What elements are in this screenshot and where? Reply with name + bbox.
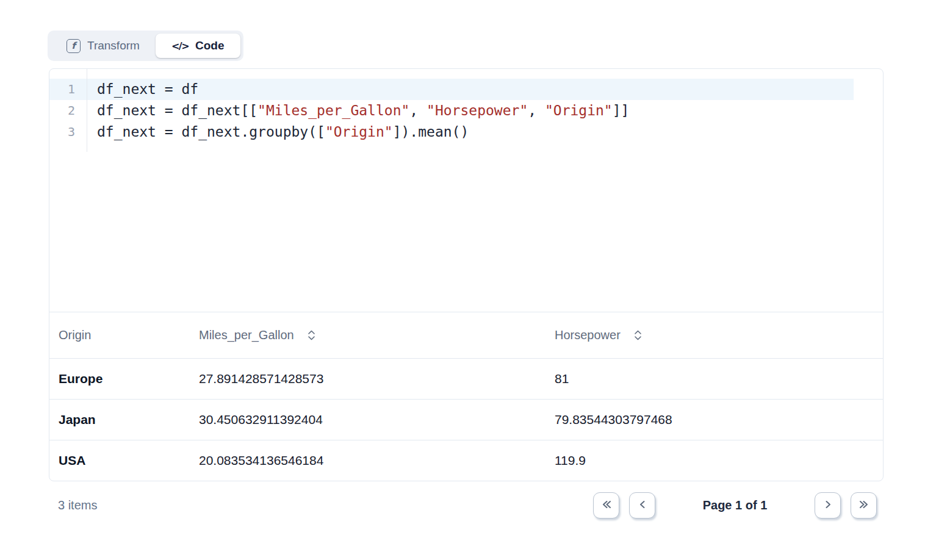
code-text: df_next = df_next.groupby(["Origin"]).me… — [87, 121, 469, 143]
cell-origin: Japan — [59, 412, 199, 427]
line-number: 1 — [49, 79, 87, 100]
cell-horsepower: 81 — [555, 372, 874, 386]
cell-horsepower: 119.9 — [555, 453, 874, 468]
line-number: 3 — [49, 121, 87, 143]
column-header-horsepower[interactable]: Horsepower — [555, 328, 874, 342]
tab-code[interactable]: </> Code — [156, 34, 240, 58]
tab-transform[interactable]: f Transform — [51, 34, 156, 58]
line-number: 2 — [49, 100, 87, 121]
items-count: 3 items — [58, 498, 97, 512]
pager: Page 1 of 1 — [593, 492, 877, 519]
table-header-row: Origin Miles_per_Gallon Horsepower — [49, 312, 883, 358]
cell-horsepower: 79.83544303797468 — [555, 412, 874, 427]
column-header-miles-per-gallon[interactable]: Miles_per_Gallon — [199, 328, 555, 342]
column-label: Horsepower — [555, 328, 621, 342]
double-chevron-left-icon — [601, 499, 612, 512]
view-tabbar: f Transform </> Code — [48, 31, 243, 61]
tab-transform-label: Transform — [87, 39, 140, 52]
column-header-origin: Origin — [59, 328, 199, 342]
column-label: Origin — [59, 328, 91, 342]
double-chevron-right-icon — [858, 499, 869, 512]
cell-origin: USA — [59, 453, 199, 468]
code-text: df_next = df_next[["Miles_per_Gallon", "… — [87, 100, 629, 121]
code-text: df_next = df — [87, 79, 198, 100]
code-icon: </> — [171, 40, 189, 52]
cell-origin: Europe — [59, 372, 199, 386]
result-table: Origin Miles_per_Gallon Horsepower Europ… — [49, 312, 883, 481]
sort-icon[interactable] — [308, 329, 315, 341]
chevron-left-icon — [637, 499, 648, 512]
sort-icon[interactable] — [634, 329, 642, 341]
cell-miles-per-gallon: 27.891428571428573 — [199, 372, 555, 386]
cell-miles-per-gallon: 20.083534136546184 — [199, 453, 555, 468]
pagination-footer: 3 items Page 1 of 1 — [49, 481, 884, 519]
tab-code-label: Code — [195, 39, 225, 52]
page: f Transform </> Code 1 df_next = df 2 df… — [0, 0, 925, 519]
code-line: 1 df_next = df — [49, 79, 854, 100]
main-panel: 1 df_next = df 2 df_next = df_next[["Mil… — [49, 68, 884, 481]
prev-page-button[interactable] — [629, 492, 655, 519]
first-page-button[interactable] — [593, 492, 619, 519]
code-line: 3 df_next = df_next.groupby(["Origin"]).… — [49, 121, 854, 143]
chevron-right-icon — [822, 499, 833, 512]
page-indicator: Page 1 of 1 — [665, 498, 805, 512]
column-label: Miles_per_Gallon — [199, 328, 294, 342]
function-icon: f — [67, 39, 81, 53]
gutter-separator — [87, 69, 87, 152]
code-editor[interactable]: 1 df_next = df 2 df_next = df_next[["Mil… — [49, 69, 883, 312]
code-line: 2 df_next = df_next[["Miles_per_Gallon",… — [49, 100, 854, 121]
table-row: Europe 27.891428571428573 81 — [49, 358, 883, 399]
last-page-button[interactable] — [851, 492, 877, 519]
next-page-button[interactable] — [815, 492, 841, 519]
table-row: USA 20.083534136546184 119.9 — [49, 440, 883, 481]
cell-miles-per-gallon: 30.450632911392404 — [199, 412, 555, 427]
table-row: Japan 30.450632911392404 79.835443037974… — [49, 399, 883, 440]
